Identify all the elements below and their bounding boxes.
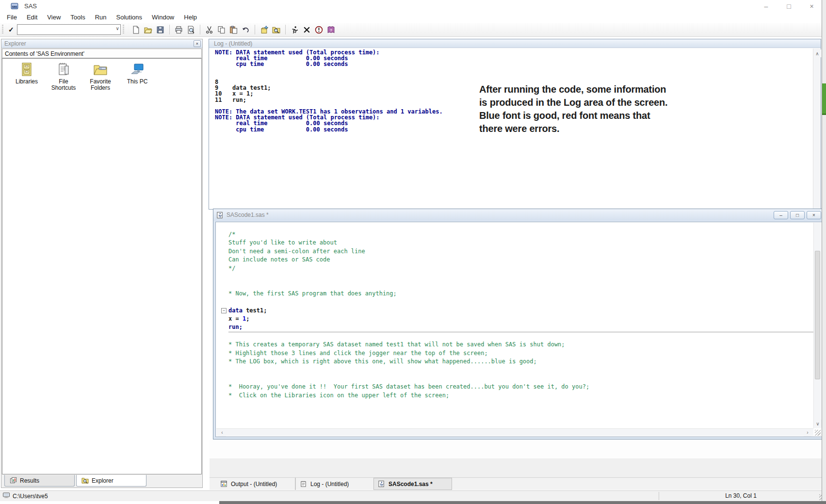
save-button[interactable]: [154, 24, 166, 36]
toolbar-grip: [123, 25, 124, 34]
editor-minimize-button[interactable]: –: [774, 211, 788, 219]
editor-line: */: [228, 264, 813, 273]
annotation-line: is produced in the Log area of the scree…: [479, 96, 667, 109]
output-tab-icon: [220, 480, 227, 488]
editor-restore-button[interactable]: □: [790, 211, 805, 219]
resize-grip-icon[interactable]: [815, 430, 821, 436]
editor-line: * Highlight those 3 lines and click the …: [228, 349, 813, 358]
menu-item-solutions[interactable]: Solutions: [112, 12, 147, 23]
toolbar-separator: [200, 25, 200, 34]
this-pc-icon: [130, 62, 145, 77]
break-button[interactable]: [313, 24, 325, 36]
print-preview-button[interactable]: [185, 24, 197, 36]
window-tab-label: Log - (Untitled): [310, 481, 349, 488]
menu-item-tools[interactable]: Tools: [65, 12, 90, 23]
code-segment: * Highlight those 3 lines and click the …: [228, 350, 488, 357]
editor-line: Can include notes or SAS code: [228, 256, 813, 264]
editor-line: [228, 273, 813, 281]
menu-item-view[interactable]: View: [42, 12, 65, 23]
explorer-item-this-pc[interactable]: This PC: [119, 62, 156, 85]
new-document-button[interactable]: [130, 24, 142, 36]
editor-line: Stuff you'd like to write about: [228, 239, 813, 247]
explorer-item-favorite-folders[interactable]: Favorite Folders: [82, 62, 119, 91]
menu-item-run[interactable]: Run: [90, 12, 112, 23]
tab-label: Results: [20, 477, 39, 484]
editor-horizontal-scrollbar[interactable]: ‹ ›: [216, 428, 813, 436]
status-bar: C:\Users\tve5 Ln 30, Col 1: [0, 490, 826, 501]
menu-item-file[interactable]: File: [2, 12, 22, 23]
undo-button[interactable]: [240, 24, 252, 36]
minimize-button[interactable]: –: [755, 0, 777, 12]
print-button[interactable]: [173, 24, 185, 36]
copy-icon: [217, 26, 226, 34]
submit-button[interactable]: [289, 24, 301, 36]
editor-titlebar: SAScode1.sas * – □ ×: [213, 209, 824, 221]
code-segment: ;: [246, 315, 249, 322]
collapse-toggle-icon[interactable]: −: [221, 308, 227, 313]
editor-body: /*Stuff you'd like to write aboutDon't n…: [215, 222, 822, 437]
window-tab-log-tab[interactable]: Log - (Untitled): [295, 478, 373, 490]
dropdown-arrow-icon[interactable]: ∨: [115, 26, 119, 31]
tab-results[interactable]: Results: [4, 475, 75, 487]
screen-edge-strip: [822, 0, 826, 501]
explorer-item-file-shortcuts[interactable]: File Shortcuts: [45, 62, 82, 91]
menu-item-edit[interactable]: Edit: [22, 12, 42, 23]
status-path: C:\Users\tve5: [13, 493, 48, 500]
editor-line: * Now, the first SAS program that does a…: [228, 290, 813, 298]
command-combobox[interactable]: ∨: [17, 24, 121, 35]
window-bar: Output - (Untitled)Log - (Untitled)SASco…: [210, 477, 826, 490]
editor-line: * This creates a temporary SAS dataset n…: [228, 341, 813, 349]
menu-item-help[interactable]: Help: [179, 12, 202, 23]
status-path-cell: C:\Users\tve5: [2, 492, 48, 500]
maximize-button[interactable]: □: [777, 0, 800, 12]
explorer-window-icon: [272, 26, 280, 34]
help-book-button[interactable]: ?: [325, 24, 337, 36]
close-button[interactable]: ×: [800, 0, 823, 12]
code-segment: data: [228, 307, 243, 314]
clear-all-button[interactable]: [301, 24, 313, 36]
window-tab-editor-tab[interactable]: SAScode1.sas *: [373, 478, 452, 490]
log-vertical-scrollbar[interactable]: ∧: [813, 49, 821, 209]
new-library-icon: [260, 26, 268, 34]
svg-text:?: ?: [330, 28, 332, 32]
code-segment: /*: [228, 231, 235, 238]
open-folder-button[interactable]: [142, 24, 154, 36]
scroll-right-icon[interactable]: ›: [804, 429, 811, 437]
editor-line: x = 1;: [228, 315, 813, 323]
open-folder-icon: [144, 26, 152, 34]
editor-vertical-scrollbar[interactable]: ∨: [813, 223, 821, 428]
new-library-button[interactable]: [258, 24, 270, 36]
computer-icon: [2, 492, 10, 500]
editor-line: run;: [228, 323, 813, 332]
paste-icon: [229, 26, 238, 34]
menu-bar: FileEditViewToolsRunSolutionsWindowHelp: [0, 12, 826, 23]
log-line: cpu time 0.00 seconds: [215, 61, 812, 67]
cut-button[interactable]: [203, 24, 215, 36]
tab-explorer[interactable]: Explorer: [76, 475, 146, 487]
undo-icon: [242, 26, 250, 34]
paste-button[interactable]: [227, 24, 240, 36]
scroll-down-icon[interactable]: ∨: [814, 420, 822, 427]
toolbar-separator: [255, 25, 255, 34]
copy-button[interactable]: [215, 24, 227, 36]
editor-close-button[interactable]: ×: [807, 211, 821, 219]
editor-tab-icon: [378, 480, 385, 488]
code-segment: Don't need a semi-colon after each line: [228, 248, 365, 255]
editor-line: [228, 374, 813, 383]
menu-item-window[interactable]: Window: [147, 12, 179, 23]
window-tab-output-tab[interactable]: Output - (Untitled): [216, 478, 295, 490]
scroll-left-icon[interactable]: ‹: [218, 429, 226, 437]
explorer-panel-tabs: ResultsExplorer: [1, 474, 202, 488]
break-icon: [315, 26, 323, 34]
scrollbar-thumb[interactable]: [815, 251, 820, 379]
command-input[interactable]: [17, 24, 121, 35]
explorer-window-button[interactable]: [270, 24, 282, 36]
explorer-item-libraries[interactable]: Libraries: [8, 62, 45, 85]
editor-line: * Click on the Libraries icon on the upp…: [228, 391, 813, 400]
explorer-item-label: This PC: [127, 79, 148, 85]
contents-label: Contents of 'SAS Environment': [2, 49, 202, 58]
editor-content[interactable]: /*Stuff you'd like to write aboutDon't n…: [216, 223, 813, 428]
explorer-items: LibrariesFile ShortcutsFavorite FoldersT…: [2, 58, 202, 474]
scroll-up-icon[interactable]: ∧: [813, 49, 821, 57]
explorer-close-button[interactable]: ×: [194, 40, 201, 47]
